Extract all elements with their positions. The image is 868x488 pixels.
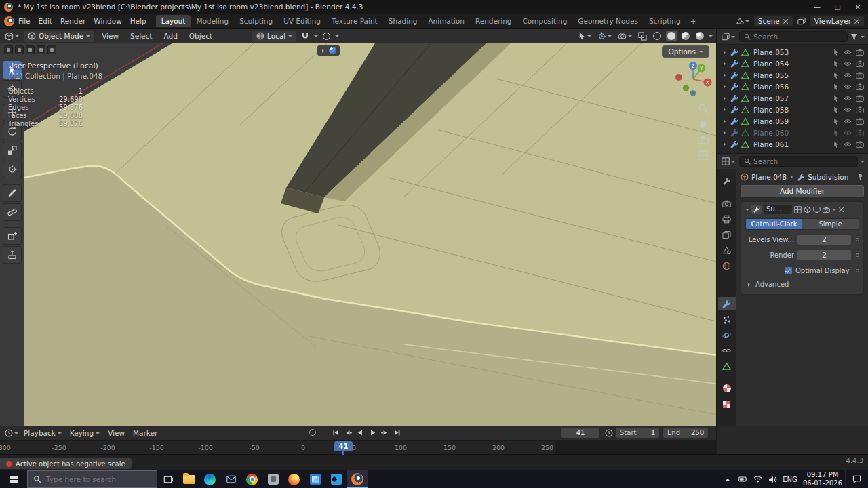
properties-tab-constraints[interactable] [718,344,736,357]
properties-editor-type-icon[interactable] [720,157,736,165]
remove-modifier-icon[interactable] [838,207,844,213]
photos-icon[interactable] [304,470,326,488]
object-name[interactable]: Plane.056 [753,83,830,91]
advanced-section-toggle[interactable]: Advanced [745,281,859,288]
outliner-row[interactable]: Plane.056 [717,81,868,92]
expand-chevron-icon[interactable] [724,108,728,112]
properties-tab-particles[interactable] [718,312,736,326]
add-workspace-button[interactable]: + [686,15,701,27]
shading-material-button[interactable] [680,30,691,41]
workspace-tab-modeling[interactable]: Modeling [191,15,234,27]
play-reverse-button[interactable] [355,428,366,438]
auto-keying-toggle[interactable] [309,429,316,436]
hide-render-icon[interactable] [856,83,864,91]
tray-expand-icon[interactable] [720,476,735,482]
shading-rendered-button[interactable] [694,30,705,41]
outliner-search-input[interactable]: Search [739,31,848,42]
hide-render-icon[interactable] [856,60,864,68]
add-modifier-button[interactable]: Add Modifier [741,185,864,197]
selectable-toggle-icon[interactable] [833,60,840,67]
levels-viewport-field[interactable]: 2 [797,235,851,245]
current-frame-field[interactable]: 41 [561,428,599,438]
minimize-button[interactable]: — [807,0,827,14]
scene-selector[interactable]: Scene [754,16,793,26]
gizmo-y-axis[interactable]: Y [699,66,703,71]
outliner-row[interactable]: Plane.061 [717,138,868,150]
hide-render-icon[interactable] [856,48,864,56]
workspace-tab-animation[interactable]: Animation [422,15,470,27]
start-button[interactable] [0,470,27,488]
gizmo-neg-x[interactable] [675,74,682,81]
shading-settings-chevron[interactable] [709,35,713,39]
task-view-button[interactable] [157,470,178,488]
outliner-options-chevron[interactable] [861,36,865,40]
menu-help[interactable]: Help [126,16,151,26]
volume-icon[interactable] [765,476,780,483]
select-mode-intersect-icon[interactable] [47,45,56,54]
shading-solid-button[interactable] [666,30,677,41]
realtime-toggle-icon[interactable] [813,206,821,214]
blender-taskbar-icon[interactable] [347,470,368,488]
tool-extrude[interactable] [3,246,22,264]
action-center-icon[interactable] [845,470,868,488]
animate-dot-icon[interactable] [856,238,859,241]
object-name[interactable]: Plane.061 [753,140,830,148]
menu-file[interactable]: File [14,16,35,26]
optimal-display-checkbox[interactable] [785,267,792,274]
breadcrumb-modifier[interactable]: Subdivision [808,173,848,181]
expand-chevron-icon[interactable] [724,96,728,100]
workspace-tab-texture-paint[interactable]: Texture Paint [326,15,383,27]
object-name[interactable]: Plane.058 [753,106,830,114]
properties-tab-modifiers[interactable] [718,297,736,310]
frame-start-field[interactable]: Start 1 [616,428,659,438]
navigation-gizmo[interactable]: X Y Z [674,61,713,98]
timeline-view-menu[interactable]: View [104,429,129,437]
pin-icon[interactable] [856,174,864,181]
keying-menu[interactable]: Keying [66,429,104,437]
remove-viewlayer-icon[interactable] [854,18,860,24]
hide-viewport-icon[interactable] [844,117,852,125]
properties-tab-physics[interactable] [718,328,736,342]
workspace-tab-uv-editing[interactable]: UV Editing [278,15,326,27]
selectable-toggle-icon[interactable] [833,118,840,125]
zoom-icon[interactable] [698,103,709,114]
hide-render-icon[interactable] [856,106,864,114]
file-explorer-icon[interactable] [178,470,199,488]
gizmo-neg-z[interactable] [690,90,696,96]
tool-add-primitive[interactable] [3,227,22,245]
select-mode-subtract-icon[interactable] [26,45,35,54]
properties-tab-texture[interactable] [718,397,736,411]
firefox-icon[interactable] [283,470,304,488]
playback-menu[interactable]: Playback [20,429,66,437]
properties-tab-output[interactable] [718,212,736,226]
camera-view-icon[interactable] [698,134,709,145]
selectable-toggle-icon[interactable] [833,129,840,136]
frame-end-field[interactable]: End 250 [663,428,708,438]
3d-viewport-scene[interactable] [24,43,716,426]
object-visibility-dropdown[interactable] [576,32,593,40]
tool-measure[interactable] [3,203,22,221]
modifier-panel-header[interactable]: Su... [745,205,859,214]
properties-tab-tool[interactable] [718,174,736,188]
app-icon-gray[interactable] [262,470,283,488]
edit-mode-toggle-icon[interactable] [804,206,811,214]
properties-tab-world[interactable] [718,259,736,272]
viewport-menu-select[interactable]: Select [126,31,156,41]
editor-type-selector[interactable] [3,32,20,41]
hide-render-icon[interactable] [856,129,864,137]
taskbar-search[interactable] [27,470,157,488]
collapsed-operator-panel[interactable] [317,45,340,56]
hide-viewport-icon[interactable] [844,71,852,79]
transform-orientation-dropdown[interactable]: Local [252,30,296,42]
next-keyframe-button[interactable] [379,428,390,438]
workspace-tab-sculpting[interactable]: Sculpting [234,15,278,27]
mode-dropdown[interactable]: Object Mode [24,30,94,42]
object-name[interactable]: Plane.055 [753,71,830,79]
edge-icon[interactable] [199,470,220,488]
timeline-ruler[interactable]: -300 -250 -200 -150 -100 -50 0 50 100 15… [0,440,868,455]
gizmo-neg-y[interactable] [683,85,689,91]
jump-to-end-button[interactable] [391,428,402,438]
jump-to-start-button[interactable] [330,428,341,438]
xray-toggle[interactable] [637,32,648,41]
ortho-grid-icon[interactable] [698,150,708,160]
